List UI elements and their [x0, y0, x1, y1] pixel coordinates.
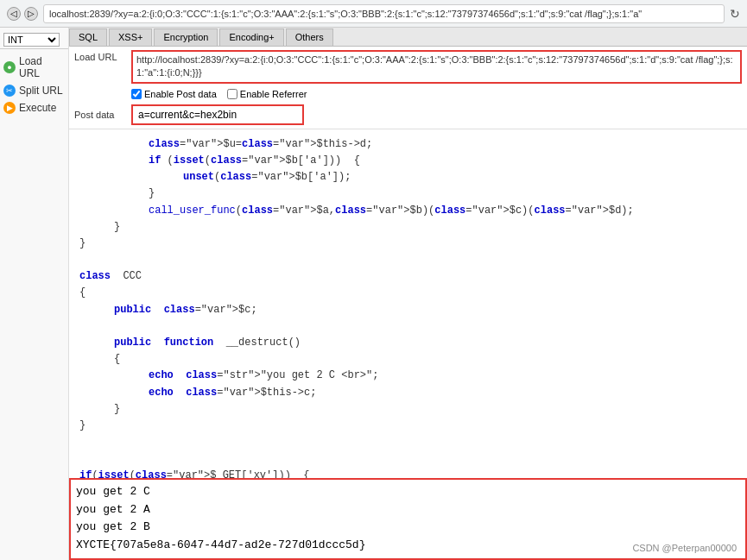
- address-bar[interactable]: localhost:2839/?xy=a:2:{i:0;O:3:"CCC":1:…: [43, 4, 725, 23]
- tab-encryption[interactable]: Encryption: [154, 28, 218, 46]
- enable-post-data-checkbox[interactable]: [131, 89, 142, 99]
- enable-referrer-checkbox[interactable]: [227, 89, 237, 99]
- url-input[interactable]: http://localhost:2839/?xy=a:2:{i:0;O:3:"…: [131, 50, 742, 84]
- tab-encoding[interactable]: Encoding+: [219, 28, 283, 46]
- split-url-icon: ✂: [3, 85, 16, 97]
- url-section: Load URL http://localhost:2839/?xy=a:2:{…: [69, 47, 747, 129]
- sidebar-item-split-url[interactable]: ✂ Split URL: [0, 82, 68, 99]
- tab-xss[interactable]: XSS+: [109, 28, 152, 46]
- enable-referrer-text: Enable Referrer: [240, 89, 307, 99]
- watermark: CSDN @Peterpan00000: [632, 543, 737, 553]
- content-area: SQL XSS+ Encryption Encoding+ Others Loa…: [69, 28, 747, 560]
- refresh-button[interactable]: ↻: [730, 7, 740, 21]
- checkbox-row: Enable Post data Enable Referrer: [131, 87, 742, 101]
- code-area: class="var">$u=class="var">$this->d;if (…: [69, 129, 747, 478]
- sidebar-dropdown-container[interactable]: INT: [0, 31, 68, 49]
- load-url-icon: ●: [3, 61, 16, 73]
- enable-post-data-label[interactable]: Enable Post data: [131, 89, 217, 99]
- back-button[interactable]: ◁: [7, 7, 21, 21]
- output-line: you get 2 A: [76, 501, 740, 519]
- sidebar: INT ● Load URL ✂ Split URL ▶ Execute: [0, 28, 69, 560]
- post-data-row: Post data: [74, 104, 742, 125]
- sidebar-item-execute[interactable]: ▶ Execute: [0, 99, 68, 116]
- browser-nav: ◁ ▷: [7, 7, 38, 21]
- url-row: Load URL http://localhost:2839/?xy=a:2:{…: [74, 50, 742, 84]
- sidebar-load-url-label: Load URL: [19, 55, 65, 79]
- tab-sql[interactable]: SQL: [69, 28, 107, 46]
- toolbar-tabs: SQL XSS+ Encryption Encoding+ Others: [69, 28, 747, 47]
- sidebar-split-url-label: Split URL: [19, 85, 63, 97]
- output-line: you get 2 C: [76, 483, 740, 501]
- sidebar-item-load-url[interactable]: ● Load URL: [0, 53, 68, 82]
- main-container: INT ● Load URL ✂ Split URL ▶ Execute SQL…: [0, 28, 747, 560]
- enable-post-data-text: Enable Post data: [144, 89, 217, 99]
- output-line: you get 2 B: [76, 519, 740, 537]
- forward-button[interactable]: ▷: [24, 7, 38, 21]
- load-url-text-label: Load URL: [74, 50, 126, 62]
- execute-icon: ▶: [3, 102, 16, 114]
- tab-others[interactable]: Others: [286, 28, 333, 46]
- int-dropdown[interactable]: INT: [3, 33, 60, 47]
- enable-referrer-label[interactable]: Enable Referrer: [227, 89, 307, 99]
- browser-bar: ◁ ▷ localhost:2839/?xy=a:2:{i:0;O:3:"CCC…: [0, 0, 747, 28]
- post-data-label: Post data: [74, 110, 126, 120]
- post-data-input[interactable]: [131, 104, 304, 125]
- sidebar-execute-label: Execute: [19, 102, 56, 114]
